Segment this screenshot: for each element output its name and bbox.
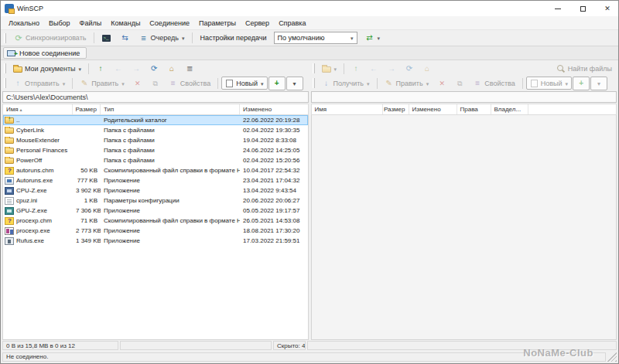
- menu-files[interactable]: Файлы: [75, 18, 107, 29]
- file-row[interactable]: procexp.chm 71 KB Скомпилированный файл …: [3, 216, 308, 226]
- toolbar-grip[interactable]: [313, 78, 315, 88]
- file-row[interactable]: CyberLink Папка с файлами 02.04.2022 19:…: [3, 125, 308, 135]
- toolbar-grip[interactable]: [4, 33, 6, 43]
- minimize-button[interactable]: [547, 1, 569, 16]
- column-header-type[interactable]: Тип: [101, 104, 240, 114]
- remote-drive-select[interactable]: [318, 63, 341, 75]
- maximize-button[interactable]: [572, 1, 593, 16]
- menu-session[interactable]: Соединение: [145, 18, 194, 29]
- column-header-rights[interactable]: Права: [457, 104, 491, 114]
- toolbar-grip[interactable]: [4, 78, 6, 88]
- column-header-size[interactable]: Размер: [383, 104, 409, 114]
- new-session-tab[interactable]: Новое соединение: [3, 47, 87, 59]
- local-file-list: .. Родительский каталог 22.06.2022 20:19…: [2, 115, 309, 340]
- download-button[interactable]: Получить: [318, 77, 374, 90]
- local-address-bar[interactable]: C:\Users\Alex\Documents\: [2, 91, 309, 103]
- file-panels: Мои документы Отправить: [1, 60, 618, 340]
- column-header-size[interactable]: Размер: [73, 104, 101, 114]
- local-drive-label: Мои документы: [25, 65, 76, 73]
- close-icon: [604, 5, 610, 12]
- console-button[interactable]: [98, 32, 115, 44]
- duplicate-button[interactable]: [147, 77, 164, 90]
- remote-refresh-button[interactable]: [401, 62, 418, 76]
- refresh-icon: [405, 64, 414, 73]
- resize-grip[interactable]: [607, 352, 617, 362]
- synchronize-button[interactable]: Синхронизировать: [10, 31, 90, 45]
- directory-tree-button[interactable]: [181, 62, 198, 76]
- find-files-icon: [556, 64, 566, 73]
- home-icon: [422, 64, 432, 73]
- menu-local[interactable]: Локально: [4, 18, 44, 29]
- upload-button[interactable]: Отправить: [9, 77, 69, 90]
- transfer-settings-label: Настройки передачи: [197, 34, 269, 42]
- file-row[interactable]: GPU-Z.exe 7 306 KB Приложение 05.05.2022…: [3, 206, 308, 216]
- close-button[interactable]: [597, 1, 618, 16]
- forward-button[interactable]: [128, 62, 145, 76]
- folder-icon: [5, 148, 14, 154]
- menu-remote[interactable]: Сервер: [241, 18, 274, 29]
- file-row[interactable]: PowerOff Папка с файлами 02.04.2022 15:2…: [3, 155, 308, 165]
- new-file-icon: [226, 80, 233, 87]
- file-row[interactable]: .. Родительский каталог 22.06.2022 20:19…: [3, 115, 308, 125]
- remote-add-filter-button[interactable]: [573, 77, 590, 90]
- file-row[interactable]: Rufus.exe 1 349 KB Приложение 17.03.2022…: [3, 236, 308, 246]
- file-row[interactable]: MouseExtender Папка с файлами 19.04.2022…: [3, 135, 308, 145]
- column-header-modified[interactable]: Изменено: [240, 104, 308, 114]
- file-row[interactable]: CPU-Z.exe 3 902 KB Приложение 13.04.2022…: [3, 185, 308, 196]
- add-filter-button[interactable]: [268, 77, 286, 90]
- local-drive-select[interactable]: Мои документы: [9, 63, 85, 75]
- remote-delete-button[interactable]: [433, 77, 450, 90]
- remote-new-button[interactable]: Новый: [526, 77, 572, 90]
- remote-edit-button[interactable]: Править: [381, 77, 433, 90]
- chevron-down-icon: [426, 80, 429, 87]
- file-row[interactable]: autoruns.chm 50 KB Скомпилированный файл…: [3, 165, 308, 175]
- remote-selection-menu-button[interactable]: [590, 77, 607, 90]
- transfer-preset-select[interactable]: По умолчанию: [274, 32, 357, 44]
- refresh-button[interactable]: [145, 62, 162, 76]
- selection-menu-button[interactable]: [286, 77, 303, 90]
- back-button[interactable]: [110, 62, 127, 76]
- file-row[interactable]: Autoruns.exe 777 KB Приложение 23.04.202…: [3, 175, 308, 185]
- upload-label: Отправить: [25, 80, 60, 87]
- remote-forward-button[interactable]: [383, 62, 400, 76]
- chevron-down-icon: [350, 34, 354, 42]
- menu-help[interactable]: Справка: [274, 18, 310, 29]
- remote-address-bar[interactable]: [311, 91, 617, 103]
- file-row[interactable]: Personal Finances Папка с файлами 24.06.…: [3, 145, 308, 155]
- home-directory-button[interactable]: [163, 62, 180, 76]
- new-button[interactable]: Новый: [221, 77, 267, 90]
- menu-options[interactable]: Параметры: [194, 18, 241, 29]
- menu-box-icon: [594, 79, 604, 88]
- remote-status-spacer: [307, 341, 617, 350]
- remote-properties-button[interactable]: Свойства: [469, 77, 519, 90]
- window-title: WinSCP: [17, 5, 43, 12]
- menu-mark[interactable]: Выбор: [44, 18, 75, 29]
- toolbar-grip[interactable]: [4, 63, 6, 73]
- remote-duplicate-button[interactable]: [451, 77, 468, 90]
- refresh-icon: [149, 64, 159, 73]
- chevron-down-icon: [78, 65, 82, 73]
- queue-button[interactable]: Очередь: [135, 31, 188, 45]
- toolbar-grip[interactable]: [313, 63, 315, 73]
- find-files-button[interactable]: Найти файлы: [552, 62, 616, 76]
- local-nav-toolbar: Мои документы: [2, 61, 309, 76]
- properties-button[interactable]: Свойства: [165, 77, 215, 90]
- file-row[interactable]: cpuz.ini 1 KB Параметры конфигурации 20.…: [3, 196, 308, 206]
- cpuz-app-icon: [5, 187, 14, 195]
- remote-parent-directory-button[interactable]: [347, 62, 364, 76]
- menu-commands[interactable]: Команды: [106, 18, 145, 29]
- edit-button[interactable]: Править: [76, 77, 128, 90]
- compare-directories-button[interactable]: [116, 31, 133, 45]
- transfer-options-button[interactable]: [361, 31, 385, 45]
- file-row[interactable]: procexp.exe 2 773 KB Приложение 18.08.20…: [3, 226, 308, 236]
- parent-directory-button[interactable]: [92, 62, 109, 76]
- delete-button[interactable]: [129, 77, 146, 90]
- new-session-icon: [7, 50, 15, 56]
- column-header-name[interactable]: Имя: [3, 104, 73, 114]
- remote-home-directory-button[interactable]: [419, 62, 436, 76]
- column-header-modified[interactable]: Изменено: [409, 104, 457, 114]
- column-header-owner[interactable]: Владел...: [491, 104, 528, 114]
- column-header-name[interactable]: Имя: [312, 104, 383, 114]
- remote-back-button[interactable]: [365, 62, 382, 76]
- chevron-down-icon: [62, 80, 66, 87]
